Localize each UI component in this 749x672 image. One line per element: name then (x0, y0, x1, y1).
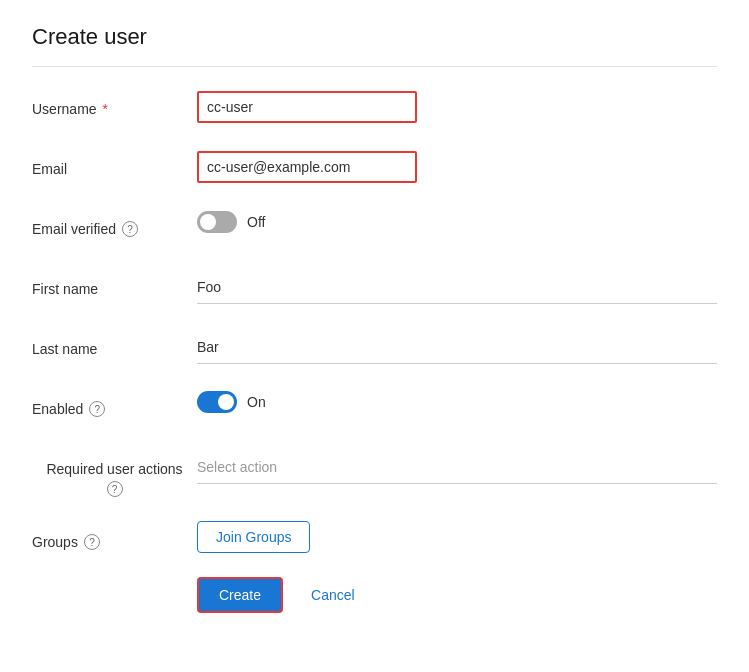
groups-row: Groups ? Join Groups (32, 517, 717, 557)
groups-control: Join Groups (197, 521, 717, 553)
required-user-actions-label: Required user actions ? (32, 451, 197, 497)
create-button[interactable]: Create (197, 577, 283, 613)
groups-label-text: Groups (32, 534, 78, 550)
enabled-control: On (197, 391, 717, 413)
last-name-label: Last name (32, 331, 197, 357)
enabled-slider (197, 391, 237, 413)
username-required-star: * (103, 101, 108, 117)
cancel-button[interactable]: Cancel (295, 579, 371, 611)
email-control (197, 151, 717, 183)
first-name-control (197, 271, 717, 304)
enabled-label-text: Enabled (32, 401, 83, 417)
username-label-text: Username (32, 101, 97, 117)
required-user-actions-control: Select action (197, 451, 717, 484)
enabled-state-label: On (247, 394, 266, 410)
email-label: Email (32, 151, 197, 177)
enabled-toggle-wrapper: On (197, 391, 266, 413)
email-verified-label: Email verified ? (32, 211, 197, 237)
required-user-actions-label-text: Required user actions (46, 461, 182, 477)
email-verified-slider (197, 211, 237, 233)
groups-help-icon[interactable]: ? (84, 534, 100, 550)
enabled-row: Enabled ? On (32, 391, 717, 431)
enabled-label: Enabled ? (32, 391, 197, 417)
email-verified-state-label: Off (247, 214, 265, 230)
username-input[interactable] (197, 91, 417, 123)
email-verified-toggle-wrapper: Off (197, 211, 265, 233)
last-name-row: Last name (32, 331, 717, 371)
join-groups-button[interactable]: Join Groups (197, 521, 310, 553)
last-name-control (197, 331, 717, 364)
email-verified-control: Off (197, 211, 717, 233)
email-verified-label-text: Email verified (32, 221, 116, 237)
last-name-input[interactable] (197, 331, 717, 364)
first-name-label: First name (32, 271, 197, 297)
enabled-help-icon[interactable]: ? (89, 401, 105, 417)
required-user-actions-row: Required user actions ? Select action (32, 451, 717, 497)
email-input[interactable] (197, 151, 417, 183)
email-verified-toggle[interactable] (197, 211, 237, 233)
required-user-actions-select[interactable]: Select action (197, 451, 717, 484)
first-name-label-text: First name (32, 281, 98, 297)
username-control (197, 91, 717, 123)
page-title: Create user (32, 24, 717, 50)
title-divider (32, 66, 717, 67)
first-name-row: First name (32, 271, 717, 311)
email-verified-help-icon[interactable]: ? (122, 221, 138, 237)
email-verified-row: Email verified ? Off (32, 211, 717, 251)
required-user-actions-help-icon[interactable]: ? (107, 481, 123, 497)
username-row: Username * (32, 91, 717, 131)
last-name-label-text: Last name (32, 341, 97, 357)
form-action-row: Create Cancel (32, 577, 717, 613)
enabled-toggle[interactable] (197, 391, 237, 413)
email-row: Email (32, 151, 717, 191)
username-label: Username * (32, 91, 197, 117)
first-name-input[interactable] (197, 271, 717, 304)
groups-label: Groups ? (32, 524, 197, 550)
email-label-text: Email (32, 161, 67, 177)
